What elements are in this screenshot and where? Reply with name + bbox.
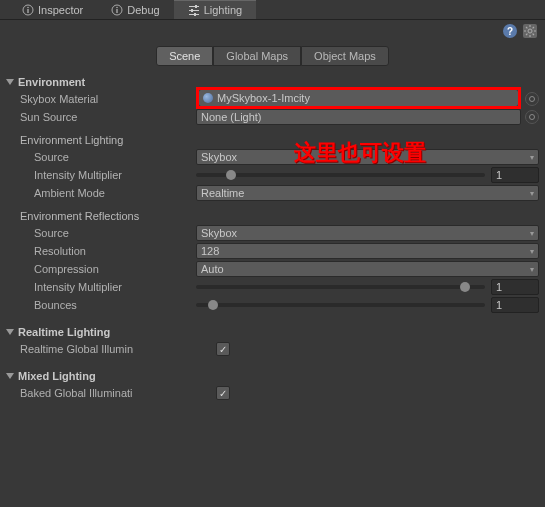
refl-source-dropdown[interactable]: Skybox▾ xyxy=(196,225,539,241)
subtab-object-maps[interactable]: Object Maps xyxy=(301,46,389,66)
svg-rect-9 xyxy=(191,9,193,12)
refl-compression-row: Compression Auto▾ xyxy=(6,260,539,278)
dropdown-value: Skybox xyxy=(201,227,237,239)
lighting-source-row: Source Skybox▾ xyxy=(6,148,539,166)
tab-label: Inspector xyxy=(38,4,83,16)
lighting-intensity-label: Intensity Multiplier xyxy=(6,169,196,181)
chevron-down-icon: ▾ xyxy=(530,189,534,198)
top-tabs: Inspector Debug Lighting xyxy=(0,0,545,20)
svg-rect-5 xyxy=(117,9,118,13)
refl-bounces-label: Bounces xyxy=(6,299,196,311)
slider-thumb[interactable] xyxy=(460,282,470,292)
material-icon xyxy=(203,93,213,103)
tab-lighting[interactable]: Lighting xyxy=(174,0,257,19)
env-lighting-header: Environment Lighting xyxy=(6,134,539,146)
lighting-intensity-row: Intensity Multiplier 1 xyxy=(6,166,539,184)
subtab-global-maps[interactable]: Global Maps xyxy=(213,46,301,66)
baked-gi-checkbox[interactable]: ✓ xyxy=(216,386,230,400)
svg-rect-8 xyxy=(189,10,199,11)
content: Environment Skybox Material MySkybox-1-I… xyxy=(0,74,545,402)
svg-point-4 xyxy=(116,6,118,8)
tab-debug[interactable]: Debug xyxy=(97,1,173,19)
gear-icon[interactable] xyxy=(523,24,537,38)
refl-resolution-dropdown[interactable]: 128▾ xyxy=(196,243,539,259)
refl-resolution-label: Resolution xyxy=(6,245,196,257)
foldout-icon xyxy=(6,329,14,335)
ambient-mode-label: Ambient Mode xyxy=(6,187,196,199)
dropdown-value: Auto xyxy=(201,263,224,275)
slider-thumb[interactable] xyxy=(226,170,236,180)
svg-rect-6 xyxy=(189,6,199,7)
chevron-down-icon: ▾ xyxy=(530,265,534,274)
sun-source-field[interactable]: None (Light) xyxy=(196,109,521,125)
refl-bounces-slider[interactable] xyxy=(196,303,485,307)
realtime-gi-checkbox[interactable]: ✓ xyxy=(216,342,230,356)
section-label: Mixed Lighting xyxy=(18,370,96,382)
svg-rect-2 xyxy=(27,9,28,13)
refl-source-label: Source xyxy=(6,227,196,239)
chevron-down-icon: ▾ xyxy=(530,153,534,162)
refl-intensity-label: Intensity Multiplier xyxy=(6,281,196,293)
subtab-scene[interactable]: Scene xyxy=(156,46,213,66)
lighting-intensity-value[interactable]: 1 xyxy=(491,167,539,183)
svg-point-1 xyxy=(27,6,29,8)
dropdown-value: Skybox xyxy=(201,151,237,163)
refl-bounces-value[interactable]: 1 xyxy=(491,297,539,313)
info-icon xyxy=(22,4,34,16)
help-icon[interactable]: ? xyxy=(503,24,517,38)
foldout-icon xyxy=(6,79,14,85)
refl-resolution-row: Resolution 128▾ xyxy=(6,242,539,260)
ambient-mode-row: Ambient Mode Realtime▾ xyxy=(6,184,539,202)
refl-intensity-slider[interactable] xyxy=(196,285,485,289)
skybox-highlight: MySkybox-1-Imcity xyxy=(196,87,521,109)
dropdown-value: 128 xyxy=(201,245,219,257)
refl-source-row: Source Skybox▾ xyxy=(6,224,539,242)
section-label: Realtime Lighting xyxy=(18,326,110,338)
realtime-gi-label: Realtime Global Illumin xyxy=(6,343,216,355)
foldout-icon xyxy=(6,373,14,379)
lighting-source-label: Source xyxy=(6,151,196,163)
subtabs: Scene Global Maps Object Maps xyxy=(0,42,545,74)
refl-intensity-row: Intensity Multiplier 1 xyxy=(6,278,539,296)
sliders-icon xyxy=(188,4,200,16)
sun-source-value: None (Light) xyxy=(201,111,262,123)
realtime-gi-row: Realtime Global Illumin ✓ xyxy=(6,340,539,358)
tab-label: Debug xyxy=(127,4,159,16)
refl-bounces-row: Bounces 1 xyxy=(6,296,539,314)
dropdown-value: Realtime xyxy=(201,187,244,199)
info-icon xyxy=(111,4,123,16)
skybox-material-label: Skybox Material xyxy=(6,93,196,105)
svg-point-12 xyxy=(528,29,532,33)
checkmark-icon: ✓ xyxy=(219,388,227,399)
ambient-mode-dropdown[interactable]: Realtime▾ xyxy=(196,185,539,201)
skybox-value: MySkybox-1-Imcity xyxy=(217,92,310,104)
lighting-intensity-slider[interactable] xyxy=(196,173,485,177)
sun-source-row: Sun Source None (Light) xyxy=(6,108,539,126)
svg-rect-7 xyxy=(195,5,197,8)
slider-thumb[interactable] xyxy=(208,300,218,310)
realtime-lighting-header[interactable]: Realtime Lighting xyxy=(6,324,539,340)
refl-intensity-value[interactable]: 1 xyxy=(491,279,539,295)
object-picker-icon[interactable] xyxy=(525,92,539,106)
tab-label: Lighting xyxy=(204,4,243,16)
env-reflections-header: Environment Reflections xyxy=(6,210,539,222)
annotation-text: 这里也可设置 xyxy=(294,138,426,168)
svg-rect-11 xyxy=(194,13,196,16)
refl-compression-dropdown[interactable]: Auto▾ xyxy=(196,261,539,277)
chevron-down-icon: ▾ xyxy=(530,247,534,256)
checkmark-icon: ✓ xyxy=(219,344,227,355)
header-row: ? xyxy=(0,20,545,42)
sun-source-label: Sun Source xyxy=(6,111,196,123)
chevron-down-icon: ▾ xyxy=(530,229,534,238)
baked-gi-label: Baked Global Illuminati xyxy=(6,387,216,399)
refl-compression-label: Compression xyxy=(6,263,196,275)
mixed-lighting-header[interactable]: Mixed Lighting xyxy=(6,368,539,384)
tab-inspector[interactable]: Inspector xyxy=(8,1,97,19)
skybox-material-row: Skybox Material MySkybox-1-Imcity xyxy=(6,90,539,108)
object-picker-icon[interactable] xyxy=(525,110,539,124)
section-label: Environment xyxy=(18,76,85,88)
baked-gi-row: Baked Global Illuminati ✓ xyxy=(6,384,539,402)
skybox-material-field[interactable]: MySkybox-1-Imcity xyxy=(199,90,518,106)
